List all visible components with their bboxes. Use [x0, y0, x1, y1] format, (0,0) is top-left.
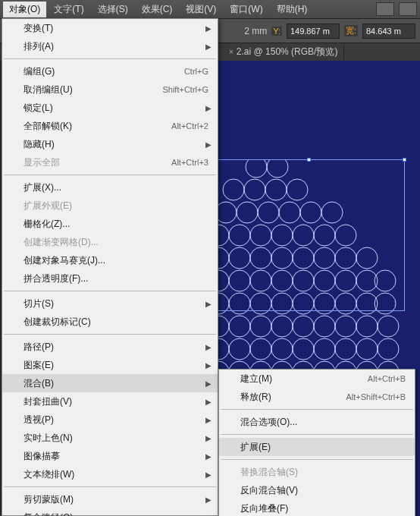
- object-menu-item[interactable]: 文本绕排(W)▶: [2, 465, 218, 483]
- menu-shortcut: Alt+Ctrl+2: [171, 121, 208, 131]
- object-menu-item: 显示全部Alt+Ctrl+3: [2, 153, 218, 171]
- menu-item-label: 扩展外观(E): [24, 200, 72, 212]
- object-menu-item[interactable]: 剪切蒙版(M)▶: [2, 490, 218, 508]
- menu-shortcut: Ctrl+G: [184, 67, 208, 76]
- menu-item-label: 扩展(E): [240, 441, 271, 454]
- svg-point-31: [293, 270, 314, 291]
- svg-point-2: [223, 179, 244, 200]
- menu-view[interactable]: 视图(V): [180, 2, 222, 17]
- blend-menu-item[interactable]: 混合选项(O)...: [219, 413, 415, 431]
- menu-item-label: 透视(P): [24, 414, 54, 426]
- menu-object[interactable]: 对象(O): [3, 2, 46, 17]
- svg-point-17: [314, 225, 335, 246]
- menu-item-label: 创建裁切标记(C): [24, 316, 91, 329]
- submenu-arrow-icon: ▶: [205, 496, 212, 504]
- object-menu-item[interactable]: 创建对象马赛克(J)...: [2, 251, 218, 269]
- object-menu-item[interactable]: 复合路径(O)▶: [2, 508, 218, 516]
- object-menu-item[interactable]: 扩展(X)...: [2, 178, 218, 197]
- menu-item-label: 创建对象马赛克(J)...: [24, 254, 105, 267]
- svg-point-4: [265, 179, 287, 200]
- svg-point-38: [250, 293, 271, 314]
- svg-point-20: [229, 247, 250, 269]
- toolbar-button-2[interactable]: [399, 2, 417, 16]
- svg-point-15: [271, 225, 293, 246]
- svg-point-14: [250, 225, 271, 246]
- menu-shortcut: Alt+Ctrl+3: [171, 158, 208, 167]
- toolbar-button-1[interactable]: [376, 2, 394, 16]
- document-tab[interactable]: × 2.ai @ 150% (RGB/预览): [223, 44, 344, 60]
- blend-menu-item[interactable]: 扩展(E): [219, 438, 415, 456]
- menu-item-label: 拼合透明度(F)...: [24, 272, 88, 285]
- w-input[interactable]: [362, 24, 415, 39]
- object-menu-item[interactable]: 全部解锁(K)Alt+Ctrl+2: [2, 117, 218, 135]
- menu-effect[interactable]: 效果(C): [136, 2, 179, 17]
- object-menu-item: 创建渐变网格(D)...: [2, 233, 218, 251]
- blend-menu-item[interactable]: 建立(M)Alt+Ctrl+B: [219, 370, 415, 388]
- object-menu-item[interactable]: 锁定(L)▶: [2, 99, 218, 117]
- object-menu-item[interactable]: 实时上色(N)▶: [2, 429, 218, 447]
- object-menu-item[interactable]: 排列(A)▶: [2, 37, 218, 55]
- menu-item-label: 文本绕排(W): [24, 468, 74, 481]
- object-menu-item[interactable]: 路径(P)▶: [2, 338, 218, 356]
- svg-point-51: [335, 316, 356, 337]
- menu-item-label: 替换混合轴(S): [240, 466, 298, 479]
- menu-item-label: 图像描摹: [24, 450, 60, 463]
- blend-menu-item[interactable]: 反向堆叠(F): [219, 499, 415, 516]
- menu-separator: [4, 175, 216, 175]
- menu-help[interactable]: 帮助(H): [271, 2, 314, 17]
- svg-point-11: [321, 202, 343, 223]
- menu-separator: [4, 486, 216, 487]
- blend-menu-item[interactable]: 反向混合轴(V): [219, 481, 415, 499]
- submenu-arrow-icon: ▶: [205, 300, 212, 308]
- object-menu-item[interactable]: 透视(P)▶: [2, 411, 218, 429]
- object-menu-item[interactable]: 编组(G)Ctrl+G: [2, 62, 218, 80]
- object-menu-item[interactable]: 取消编组(U)Shift+Ctrl+G: [2, 80, 218, 99]
- object-menu-item[interactable]: 创建裁切标记(C): [2, 313, 218, 331]
- svg-point-58: [293, 338, 314, 360]
- object-menu-item[interactable]: 图案(E)▶: [2, 356, 218, 374]
- menu-separator: [4, 334, 216, 335]
- svg-point-60: [335, 338, 356, 360]
- svg-point-39: [271, 293, 293, 314]
- submenu-arrow-icon: ▶: [205, 398, 212, 406]
- object-menu-item[interactable]: 隐藏(H)▶: [2, 135, 218, 153]
- menu-window[interactable]: 窗口(W): [224, 2, 268, 17]
- submenu-arrow-icon: ▶: [205, 42, 212, 51]
- object-menu-item[interactable]: 栅格化(Z)...: [2, 215, 218, 233]
- menu-item-label: 显示全部: [24, 156, 60, 169]
- menu-text[interactable]: 文字(T): [48, 2, 89, 17]
- y-input[interactable]: [287, 24, 340, 39]
- menu-item-label: 路径(P): [24, 341, 54, 354]
- object-menu-item[interactable]: 切片(S)▶: [2, 294, 218, 313]
- svg-point-40: [293, 293, 314, 314]
- object-menu-item[interactable]: 变换(T)▶: [2, 19, 218, 37]
- y-label: Y:: [271, 27, 282, 36]
- svg-point-53: [378, 316, 399, 337]
- svg-point-24: [314, 247, 335, 269]
- object-menu-item[interactable]: 混合(B)▶: [2, 374, 218, 392]
- svg-point-23: [293, 247, 314, 269]
- svg-point-1: [267, 159, 288, 178]
- svg-point-47: [250, 316, 271, 337]
- svg-point-46: [229, 316, 250, 337]
- menu-item-label: 图案(E): [24, 359, 54, 372]
- svg-point-37: [229, 293, 250, 314]
- w-label: 宽:: [344, 25, 358, 36]
- svg-point-16: [293, 225, 314, 246]
- object-menu-item[interactable]: 拼合透明度(F)...: [2, 269, 218, 288]
- menu-select[interactable]: 选择(S): [92, 2, 134, 17]
- svg-point-21: [250, 247, 271, 269]
- menu-separator: [221, 434, 413, 435]
- submenu-arrow-icon: ▶: [205, 416, 212, 424]
- object-menu-item[interactable]: 封套扭曲(V)▶: [2, 392, 218, 411]
- svg-point-26: [356, 247, 378, 269]
- submenu-arrow-icon: ▶: [205, 452, 212, 461]
- svg-point-42: [335, 293, 356, 314]
- svg-point-8: [258, 202, 279, 223]
- svg-point-62: [378, 338, 399, 360]
- close-icon[interactable]: ×: [229, 48, 234, 56]
- blend-menu-item[interactable]: 释放(R)Alt+Shift+Ctrl+B: [219, 388, 415, 406]
- object-menu-item[interactable]: 图像描摹▶: [2, 447, 218, 465]
- menu-item-label: 切片(S): [24, 297, 54, 310]
- menu-separator: [4, 58, 216, 59]
